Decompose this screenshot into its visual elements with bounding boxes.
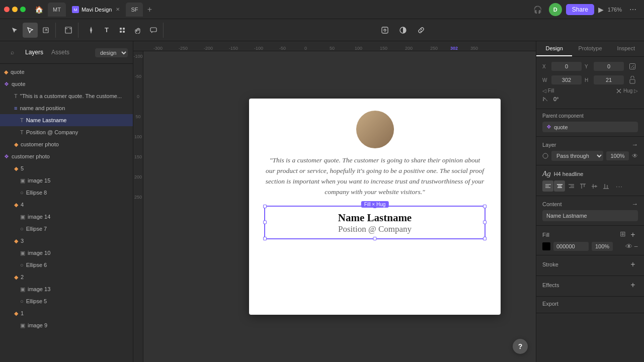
handle-middle-right[interactable]: [483, 221, 487, 224]
hand-tool[interactable]: [130, 23, 145, 38]
layer-item-customer-photo-diamond[interactable]: ◆ customer photo: [0, 138, 133, 150]
fill-color-swatch[interactable]: [542, 242, 550, 250]
close-icon: [616, 88, 621, 94]
tab-sf[interactable]: SF: [126, 3, 143, 17]
layer-item-ellipse8[interactable]: ○ Ellipse 8: [0, 187, 133, 199]
canvas-viewport[interactable]: "This is a customer quote. The customer …: [143, 51, 536, 362]
layer-item-ellipse7[interactable]: ○ Ellipse 7: [0, 223, 133, 235]
assets-tab[interactable]: Assets: [49, 48, 71, 57]
name-position-box[interactable]: Fill × Hug Name Lastname Position @ Comp…: [264, 206, 486, 239]
play-button[interactable]: ▶: [598, 6, 604, 14]
crop-icon[interactable]: [378, 23, 392, 37]
valign-middle-button[interactable]: [589, 180, 600, 192]
typography-section: Ag H4 headline: [536, 165, 644, 196]
align-left-button[interactable]: [542, 180, 553, 192]
more-options-icon[interactable]: ⋯: [626, 3, 640, 17]
layer-item-4[interactable]: ◆ 4: [0, 199, 133, 211]
layer-item-name-lastname[interactable]: T Name Lastname: [0, 114, 133, 126]
align-center-button[interactable]: [554, 180, 565, 192]
fill-style-icon[interactable]: ⊞: [620, 230, 626, 240]
headphones-icon[interactable]: 🎧: [531, 3, 545, 17]
add-fill-button[interactable]: +: [628, 230, 638, 240]
content-go-icon[interactable]: →: [631, 200, 638, 208]
layer-item-1[interactable]: ◆ 1: [0, 307, 133, 319]
opacity-input[interactable]: [606, 151, 629, 160]
layers-tab[interactable]: Layers: [23, 48, 45, 57]
fill-hex-input[interactable]: [553, 242, 589, 251]
design-mode-select[interactable]: design: [95, 48, 128, 57]
visibility-toggle[interactable]: 👁: [632, 152, 638, 159]
parent-component-link[interactable]: ❖ quote: [542, 122, 638, 132]
w-input[interactable]: [551, 75, 582, 84]
fill-opacity-input[interactable]: [592, 242, 613, 251]
layers-tree: ◆ quote ❖ quote T "This is a customer qu…: [0, 64, 133, 362]
layer-item-5[interactable]: ◆ 5: [0, 162, 133, 174]
handle-top-right[interactable]: [483, 205, 487, 208]
pen-tool[interactable]: [84, 23, 99, 38]
content-input[interactable]: [542, 210, 638, 221]
maximize-traffic-light[interactable]: [20, 7, 26, 12]
handle-bottom-right[interactable]: [483, 237, 487, 240]
close-traffic-light[interactable]: [4, 7, 10, 12]
y-input[interactable]: [594, 62, 624, 71]
minimize-traffic-light[interactable]: [12, 7, 18, 12]
layer-item-2[interactable]: ◆ 2: [0, 271, 133, 283]
layer-item-image10[interactable]: ▣ image 10: [0, 247, 133, 259]
typography-more-button[interactable]: ···: [614, 180, 625, 192]
layer-item-position-company[interactable]: T Position @ Company: [0, 126, 133, 138]
tab-mt[interactable]: MT: [48, 3, 66, 17]
align-right-button[interactable]: [566, 180, 577, 192]
add-effect-button[interactable]: +: [628, 280, 638, 290]
comment-tool[interactable]: [146, 23, 161, 38]
layer-item-3[interactable]: ◆ 3: [0, 235, 133, 247]
layer-item-ellipse6[interactable]: ○ Ellipse 6: [0, 259, 133, 271]
component-tool[interactable]: [115, 23, 130, 38]
layer-item-quote-component[interactable]: ❖ quote: [0, 78, 133, 90]
share-button[interactable]: Share: [566, 4, 594, 15]
text-tool[interactable]: T: [99, 23, 114, 38]
valign-top-button[interactable]: [577, 180, 588, 192]
select-tool[interactable]: [7, 23, 22, 38]
layer-item-ellipse5[interactable]: ○ Ellipse 5: [0, 295, 133, 307]
remove-fill-button[interactable]: −: [634, 242, 638, 250]
add-stroke-button[interactable]: +: [628, 259, 638, 269]
valign-bottom-button[interactable]: [600, 180, 611, 192]
fill-visibility-toggle[interactable]: 👁: [625, 242, 632, 250]
resize-icon[interactable]: [627, 61, 638, 72]
new-tab-button[interactable]: +: [144, 4, 155, 15]
handle-bottom-left[interactable]: [263, 237, 267, 240]
layer-item-quote-text[interactable]: T "This is a customer quote. The custome…: [0, 90, 133, 102]
layer-item-customer-photo-component[interactable]: ❖ customer photo: [0, 150, 133, 162]
h-input[interactable]: [594, 75, 624, 84]
layer-item-image15[interactable]: ▣ image 15: [0, 174, 133, 187]
link-proportions-icon[interactable]: [627, 74, 638, 85]
layer-item-quote-diamond[interactable]: ◆ quote: [0, 66, 133, 78]
layer-item-name-position[interactable]: ≡ name and position: [0, 102, 133, 114]
component-icon: ❖: [546, 124, 551, 130]
handle-bottom-middle[interactable]: [373, 237, 377, 240]
tab-mavi-design-close[interactable]: ✕: [116, 7, 120, 12]
move-tool[interactable]: [23, 23, 38, 38]
layer-item-image14[interactable]: ▣ image 14: [0, 211, 133, 223]
blend-mode-select[interactable]: Pass through Normal Multiply Screen: [551, 151, 603, 161]
layer-item-image9[interactable]: ▣ image 9: [0, 319, 133, 331]
tab-inspect[interactable]: Inspect: [608, 41, 644, 56]
handle-middle-left[interactable]: [263, 221, 267, 224]
contrast-icon[interactable]: [396, 23, 410, 37]
ruler-mark: 100: [355, 46, 362, 51]
scale-tool[interactable]: [38, 23, 53, 38]
help-button[interactable]: ?: [513, 339, 528, 354]
tab-prototype[interactable]: Prototype: [572, 41, 608, 56]
x-input[interactable]: [551, 62, 582, 71]
design-frame: "This is a customer quote. The customer …: [249, 99, 501, 315]
layer-item-image13[interactable]: ▣ image 13: [0, 283, 133, 295]
tab-mavi-design[interactable]: M Mavi Design ✕: [67, 3, 125, 17]
tab-design[interactable]: Design: [536, 41, 572, 56]
home-button[interactable]: 🏠: [33, 4, 45, 16]
frame-tool[interactable]: [61, 23, 76, 38]
layer-go-icon[interactable]: →: [631, 141, 638, 148]
search-icon[interactable]: ⌕: [5, 45, 19, 59]
link-icon[interactable]: [414, 23, 428, 37]
avatar[interactable]: D: [549, 3, 562, 16]
handle-top-left[interactable]: [263, 205, 267, 208]
